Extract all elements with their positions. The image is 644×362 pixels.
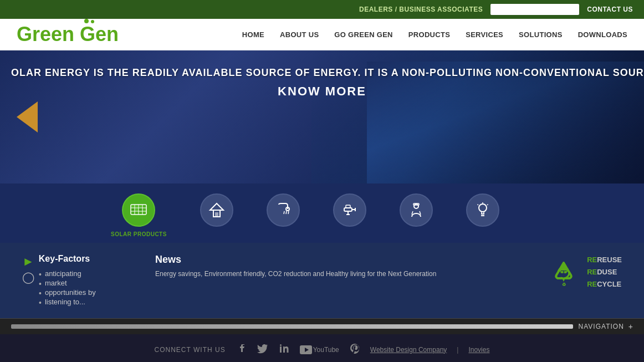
header: Green Gen HOME ABOUT US GO GREEN GEN PRO… — [0, 19, 644, 50]
svg-rect-11 — [139, 208, 142, 211]
svg-line-18 — [288, 211, 289, 214]
recycle-text: REREUSE REDUSE RECYCLE — [587, 254, 622, 290]
kf-item-2: • market — [39, 279, 96, 288]
svg-line-33 — [477, 205, 478, 206]
left-arrow-shape — [17, 101, 38, 132]
icon-bulb[interactable] — [466, 193, 499, 227]
logo[interactable]: Green Gen — [17, 24, 119, 44]
icons-row: SOLAR PRODUCTS — [0, 183, 644, 243]
nav-services[interactable]: SERVICES — [466, 30, 503, 39]
website-design-link[interactable]: Website Design Company — [370, 346, 447, 354]
svg-rect-24 — [346, 205, 350, 208]
kf-text-4: listening to... — [45, 298, 85, 306]
news-text: Energy savings, Environment friendly, CO… — [155, 269, 527, 279]
icon-faucet[interactable] — [333, 193, 366, 227]
recycle-line3: RECYCLE — [587, 278, 622, 290]
recycle-section: ♻ ♻ REREUSE REDUSE RECYCLE — [549, 254, 622, 290]
solar-products-label: SOLAR PRODUCTS — [111, 231, 167, 237]
key-factors-arrow: ► — [22, 254, 34, 269]
kf-item-4: • listening to... — [39, 298, 96, 307]
worker-circle — [400, 193, 433, 227]
kf-text-2: market — [45, 279, 67, 287]
kf-circle-icon: ◯ — [22, 271, 34, 284]
solar-panel-icon — [130, 201, 147, 219]
kf-text-3: opportunities by — [45, 288, 96, 297]
logo-bubble-big — [84, 19, 89, 23]
hero-banner-text: OLAR ENERGY IS THE READILY AVAILABLE SOU… — [0, 67, 644, 79]
svg-rect-6 — [131, 205, 134, 207]
twitter-icon[interactable] — [257, 342, 269, 357]
svg-rect-14 — [215, 212, 218, 217]
recycle-icon: ♻ ♻ — [549, 257, 579, 288]
footer: CONNECT WITH US YouTube Website Desig — [0, 334, 644, 362]
nav-home[interactable]: HOME — [242, 30, 264, 39]
kf-item-3: • opportunities by — [39, 288, 96, 298]
recycle-line1: REREUSE — [587, 254, 622, 266]
icon-shower[interactable] — [267, 193, 300, 227]
bulb-circle — [466, 193, 499, 227]
svg-rect-40 — [280, 346, 282, 353]
icon-worker[interactable] — [400, 193, 433, 227]
nav-about-us[interactable]: ABOUT US — [280, 30, 319, 39]
svg-text:♻: ♻ — [562, 282, 566, 287]
faucet-circle — [333, 193, 366, 227]
pinterest-icon[interactable] — [349, 343, 360, 356]
hero-know-more[interactable]: KNOW MORE — [278, 84, 366, 99]
content-row: ► Key-Factors ◯ • anticipating • market … — [0, 243, 644, 318]
contact-us-button[interactable]: CONTACT US — [587, 6, 633, 13]
bulb-icon — [474, 201, 492, 219]
key-factors-section: ► Key-Factors ◯ • anticipating • market … — [22, 254, 133, 307]
hero-banner: OLAR ENERGY IS THE READILY AVAILABLE SOU… — [0, 50, 644, 183]
linkedin-icon[interactable] — [279, 343, 290, 356]
svg-rect-7 — [135, 205, 138, 207]
logo-bubble-small — [91, 20, 94, 23]
news-section: News Energy savings, Environment friendl… — [155, 254, 527, 279]
logo-gen-text: Gen — [80, 23, 119, 45]
hero-prev-arrow[interactable] — [17, 101, 38, 132]
key-factors-title: Key-Factors — [39, 254, 90, 264]
rooftop-circle — [200, 193, 233, 227]
top-bar: DEALERS / BUSINESS ASSOCIATES CONTACT US — [0, 0, 644, 19]
faucet-icon — [341, 201, 359, 219]
main-nav: HOME ABOUT US GO GREEN GEN PRODUCTS SERV… — [242, 30, 627, 39]
svg-rect-10 — [135, 208, 138, 211]
svg-point-29 — [479, 204, 487, 212]
nav-solutions[interactable]: SOLUTIONS — [519, 30, 563, 39]
svg-rect-19 — [344, 208, 352, 211]
key-factors-list: ◯ • anticipating • market • opportunitie… — [22, 269, 133, 307]
nav-downloads[interactable]: DOWNLOADS — [578, 30, 627, 39]
svg-rect-9 — [131, 208, 134, 211]
svg-text:♻: ♻ — [558, 263, 569, 277]
nav-bar-bottom: NAVIGATION + — [0, 318, 644, 334]
svg-point-41 — [280, 344, 282, 346]
news-title: News — [155, 254, 527, 266]
connect-with-us: CONNECT WITH US — [155, 346, 226, 354]
worker-icon — [407, 201, 425, 219]
navigation-label: NAVIGATION — [579, 323, 624, 330]
svg-point-25 — [414, 204, 418, 208]
nav-go-green-gen[interactable]: GO GREEN GEN — [334, 30, 392, 39]
svg-marker-12 — [210, 203, 223, 210]
facebook-icon[interactable] — [236, 343, 247, 356]
svg-line-34 — [487, 205, 488, 206]
shower-circle — [267, 193, 300, 227]
search-input[interactable] — [490, 4, 579, 15]
dealers-label: DEALERS / BUSINESS ASSOCIATES — [359, 6, 483, 13]
kf-items: • anticipating • market • opportunities … — [39, 269, 96, 307]
icon-solar-products[interactable]: SOLAR PRODUCTS — [111, 193, 167, 237]
kf-item-1: • anticipating — [39, 269, 96, 279]
rooftop-icon — [208, 201, 226, 219]
nav-plus-button[interactable]: + — [628, 322, 633, 331]
logo-green: Green — [17, 23, 74, 45]
youtube-label: YouTube — [313, 346, 339, 354]
kf-text-1: anticipating — [45, 269, 81, 278]
inovies-link[interactable]: Inovies — [468, 346, 489, 354]
shower-icon — [274, 201, 292, 219]
nav-progress-bar — [11, 324, 573, 329]
svg-line-16 — [284, 211, 284, 214]
icon-rooftop[interactable] — [200, 193, 233, 227]
logo-gen-wrapper: Gen — [80, 24, 119, 44]
solar-products-circle — [122, 193, 155, 227]
youtube-icon[interactable]: YouTube — [300, 345, 339, 354]
nav-products[interactable]: PRODUCTS — [408, 30, 450, 39]
